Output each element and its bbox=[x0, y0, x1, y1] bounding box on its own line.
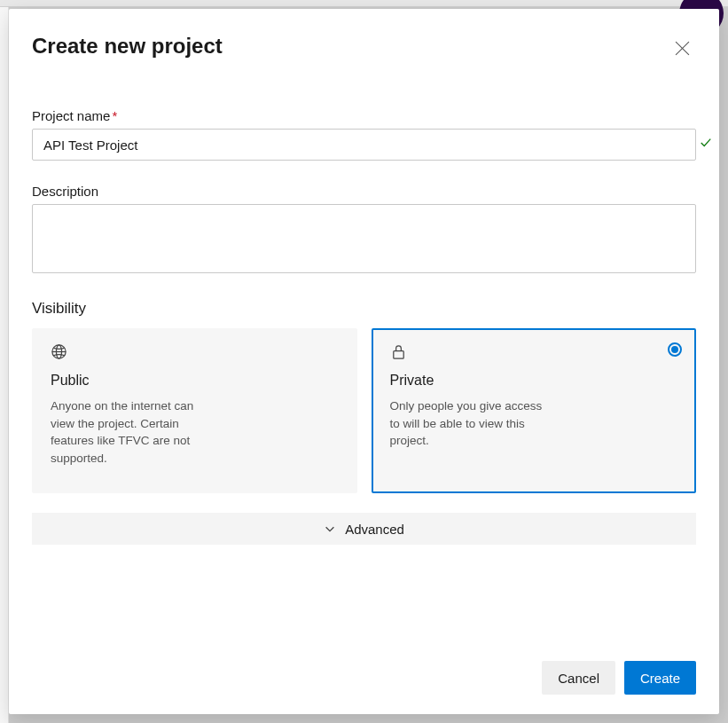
visibility-private-description: Only people you give access to will be a… bbox=[390, 397, 554, 450]
selected-radio-icon bbox=[668, 342, 682, 357]
background-topbar bbox=[0, 0, 728, 7]
visibility-option-public[interactable]: Public Anyone on the internet can view t… bbox=[32, 328, 357, 493]
visibility-public-title: Public bbox=[51, 373, 339, 389]
description-field-group: Description bbox=[32, 184, 696, 277]
modal-header: Create new project bbox=[32, 34, 696, 62]
validation-check-icon bbox=[700, 137, 712, 153]
project-name-label: Project name* bbox=[32, 108, 696, 123]
create-project-modal: Create new project Project name* Descrip… bbox=[9, 9, 719, 714]
close-button[interactable] bbox=[668, 34, 696, 62]
globe-icon bbox=[51, 343, 339, 364]
background-sidebar bbox=[0, 7, 9, 723]
description-input[interactable] bbox=[32, 204, 696, 273]
cancel-button[interactable]: Cancel bbox=[542, 661, 615, 695]
create-button[interactable]: Create bbox=[624, 661, 696, 695]
visibility-public-description: Anyone on the internet can view the proj… bbox=[51, 397, 215, 467]
description-label: Description bbox=[32, 184, 696, 199]
project-name-field-group: Project name* bbox=[32, 108, 696, 161]
visibility-options: Public Anyone on the internet can view t… bbox=[32, 328, 696, 493]
close-icon bbox=[675, 41, 690, 56]
modal-footer: Cancel Create bbox=[32, 661, 696, 695]
advanced-toggle[interactable]: Advanced bbox=[32, 513, 696, 545]
visibility-option-private[interactable]: Private Only people you give access to w… bbox=[372, 328, 697, 493]
svg-rect-5 bbox=[393, 351, 403, 359]
project-name-input[interactable] bbox=[32, 129, 696, 161]
project-name-input-row bbox=[32, 129, 696, 161]
visibility-private-title: Private bbox=[390, 373, 678, 389]
visibility-label: Visibility bbox=[32, 300, 696, 318]
modal-title: Create new project bbox=[32, 34, 223, 59]
required-asterisk: * bbox=[112, 108, 117, 123]
visibility-section: Visibility Public Anyone on the internet… bbox=[32, 300, 696, 493]
chevron-down-icon bbox=[324, 523, 336, 535]
advanced-label: Advanced bbox=[345, 522, 404, 537]
lock-icon bbox=[390, 343, 678, 364]
